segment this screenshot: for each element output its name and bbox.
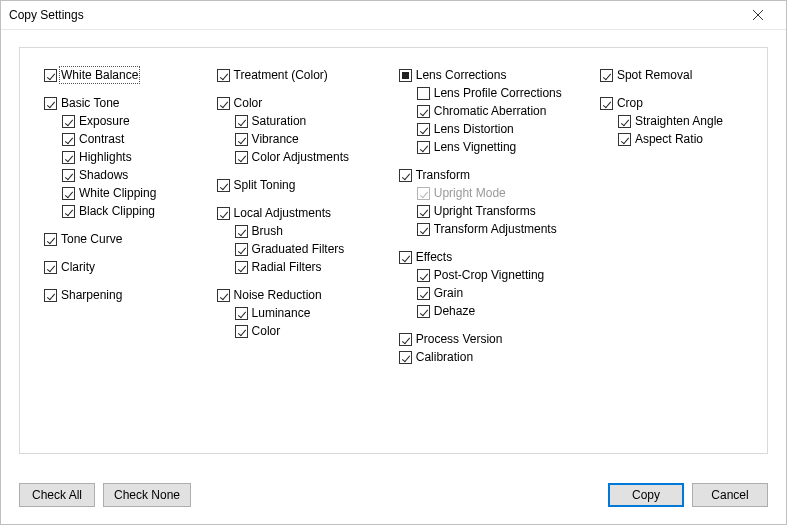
chk-vibrance[interactable]: Vibrance xyxy=(235,130,379,148)
close-button[interactable] xyxy=(738,3,778,27)
chk-nr-color[interactable]: Color xyxy=(235,322,379,340)
dialog-copy-settings: Copy Settings White Balance Basic Tone E… xyxy=(0,0,787,525)
column-3: Lens Corrections Lens Profile Correction… xyxy=(399,66,580,376)
chk-shadows[interactable]: Shadows xyxy=(62,166,197,184)
chk-chromatic[interactable]: Chromatic Aberration xyxy=(417,102,580,120)
chk-effects[interactable]: Effects xyxy=(399,248,580,266)
chk-color-adjustments[interactable]: Color Adjustments xyxy=(235,148,379,166)
chk-luminance[interactable]: Luminance xyxy=(235,304,379,322)
chk-treatment[interactable]: Treatment (Color) xyxy=(217,66,379,84)
window-title: Copy Settings xyxy=(9,8,738,22)
settings-panel: White Balance Basic Tone Exposure Contra… xyxy=(19,47,768,454)
chk-lens-distortion[interactable]: Lens Distortion xyxy=(417,120,580,138)
chk-upright-transforms[interactable]: Upright Transforms xyxy=(417,202,580,220)
chk-lens-corrections[interactable]: Lens Corrections xyxy=(399,66,580,84)
chk-calibration[interactable]: Calibration xyxy=(399,348,580,366)
check-all-button[interactable]: Check All xyxy=(19,483,95,507)
check-none-button[interactable]: Check None xyxy=(103,483,191,507)
chk-radial-filters[interactable]: Radial Filters xyxy=(235,258,379,276)
column-2: Treatment (Color) Color Saturation Vibra… xyxy=(217,66,379,376)
chk-upright-mode: Upright Mode xyxy=(417,184,580,202)
chk-split-toning[interactable]: Split Toning xyxy=(217,176,379,194)
chk-exposure[interactable]: Exposure xyxy=(62,112,197,130)
chk-clarity[interactable]: Clarity xyxy=(44,258,197,276)
chk-saturation[interactable]: Saturation xyxy=(235,112,379,130)
chk-transform-adjustments[interactable]: Transform Adjustments xyxy=(417,220,580,238)
chk-grain[interactable]: Grain xyxy=(417,284,580,302)
chk-brush[interactable]: Brush xyxy=(235,222,379,240)
chk-tone-curve[interactable]: Tone Curve xyxy=(44,230,197,248)
chk-lens-vignetting[interactable]: Lens Vignetting xyxy=(417,138,580,156)
chk-white-balance[interactable]: White Balance xyxy=(44,66,197,84)
column-1: White Balance Basic Tone Exposure Contra… xyxy=(44,66,197,376)
chk-transform[interactable]: Transform xyxy=(399,166,580,184)
chk-basic-tone[interactable]: Basic Tone xyxy=(44,94,197,112)
cancel-button[interactable]: Cancel xyxy=(692,483,768,507)
chk-sharpening[interactable]: Sharpening xyxy=(44,286,197,304)
chk-local-adjustments[interactable]: Local Adjustments xyxy=(217,204,379,222)
copy-button[interactable]: Copy xyxy=(608,483,684,507)
button-bar: Check All Check None Copy Cancel xyxy=(19,481,768,509)
chk-post-crop[interactable]: Post-Crop Vignetting xyxy=(417,266,580,284)
titlebar: Copy Settings xyxy=(1,1,786,30)
chk-straighten[interactable]: Straighten Angle xyxy=(618,112,743,130)
chk-aspect[interactable]: Aspect Ratio xyxy=(618,130,743,148)
chk-color[interactable]: Color xyxy=(217,94,379,112)
chk-crop[interactable]: Crop xyxy=(600,94,743,112)
close-icon xyxy=(753,10,763,20)
chk-highlights[interactable]: Highlights xyxy=(62,148,197,166)
chk-white-clipping[interactable]: White Clipping xyxy=(62,184,197,202)
chk-dehaze[interactable]: Dehaze xyxy=(417,302,580,320)
chk-spot-removal[interactable]: Spot Removal xyxy=(600,66,743,84)
chk-contrast[interactable]: Contrast xyxy=(62,130,197,148)
chk-process-version[interactable]: Process Version xyxy=(399,330,580,348)
chk-noise-reduction[interactable]: Noise Reduction xyxy=(217,286,379,304)
chk-black-clipping[interactable]: Black Clipping xyxy=(62,202,197,220)
column-4: Spot Removal Crop Straighten Angle Aspec… xyxy=(600,66,743,376)
chk-lens-profile[interactable]: Lens Profile Corrections xyxy=(417,84,580,102)
chk-graduated-filters[interactable]: Graduated Filters xyxy=(235,240,379,258)
